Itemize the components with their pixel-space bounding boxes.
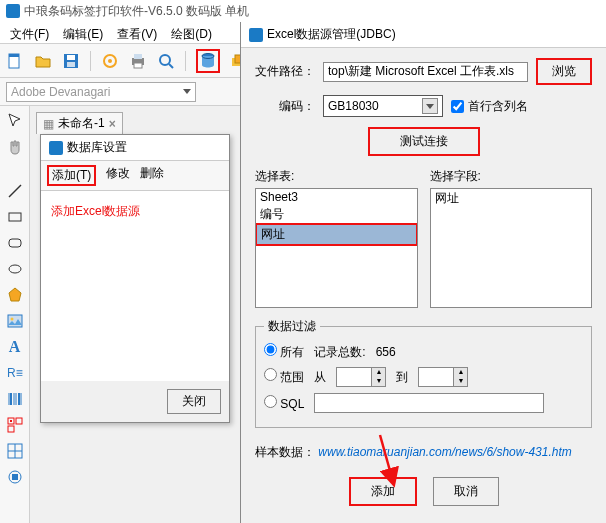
svg-rect-3 xyxy=(67,55,75,60)
from-label: 从 xyxy=(314,369,326,386)
svg-rect-18 xyxy=(9,239,21,247)
encoding-select[interactable]: GB18030 xyxy=(323,95,443,117)
svg-rect-17 xyxy=(9,213,21,221)
document-tab[interactable]: ▦ 未命名-1 × xyxy=(36,112,123,134)
radio-all[interactable]: 所有 xyxy=(264,343,304,361)
jdbc-body: 文件路径： top\新建 Microsoft Excel 工作表.xls 浏览 … xyxy=(241,48,606,506)
list-item[interactable]: Sheet3 xyxy=(256,189,417,205)
path-input[interactable]: top\新建 Microsoft Excel 工作表.xls xyxy=(323,62,528,82)
app-icon xyxy=(249,28,263,42)
firstrow-checkbox[interactable]: 首行含列名 xyxy=(451,98,528,115)
db-dialog-title: 数据库设置 xyxy=(67,139,127,156)
sample-row: 样本数据： www.tiaomaruanjian.com/news/6/show… xyxy=(255,444,592,461)
count-value: 656 xyxy=(376,345,396,359)
list-item-selected[interactable]: 网址 xyxy=(255,223,418,246)
preview-icon[interactable] xyxy=(157,52,175,70)
barcode-icon[interactable] xyxy=(6,390,24,408)
save-icon[interactable] xyxy=(62,52,80,70)
svg-rect-9 xyxy=(134,63,142,68)
menu-view[interactable]: 查看(V) xyxy=(111,24,163,41)
ellipse-icon[interactable] xyxy=(6,260,24,278)
qr-icon[interactable] xyxy=(6,416,24,434)
encoding-value: GB18030 xyxy=(328,99,379,113)
list-item[interactable]: 网址 xyxy=(431,189,592,208)
print-icon[interactable] xyxy=(129,52,147,70)
svg-point-19 xyxy=(9,265,21,273)
test-connection-button[interactable]: 测试连接 xyxy=(368,127,480,156)
svg-rect-4 xyxy=(67,62,75,67)
database-icon[interactable] xyxy=(199,52,217,70)
roundrect-icon[interactable] xyxy=(6,234,24,252)
svg-marker-20 xyxy=(9,288,21,301)
app-icon xyxy=(6,4,20,18)
list-item[interactable]: 编号 xyxy=(256,205,417,224)
radio-range[interactable]: 范围 xyxy=(264,368,304,386)
sample-label: 样本数据： xyxy=(255,445,315,459)
ok-button[interactable]: 添加 xyxy=(349,477,417,506)
browse-button[interactable]: 浏览 xyxy=(536,58,592,85)
font-name: Adobe Devanagari xyxy=(11,85,110,99)
text-icon[interactable]: A xyxy=(9,338,21,356)
doc-icon: ▦ xyxy=(43,117,54,131)
firstrow-label: 首行含列名 xyxy=(468,98,528,115)
sql-input[interactable] xyxy=(314,393,544,413)
database-button-highlight xyxy=(196,49,220,73)
select-table-label: 选择表: xyxy=(255,169,294,183)
close-icon[interactable]: × xyxy=(109,117,116,131)
to-spinner[interactable]: ▲▼ xyxy=(418,367,468,387)
svg-point-22 xyxy=(10,318,13,321)
hand-icon[interactable] xyxy=(6,138,24,156)
jdbc-dialog: Excel数据源管理(JDBC) 文件路径： top\新建 Microsoft … xyxy=(240,22,606,523)
new-icon[interactable] xyxy=(6,52,24,70)
app-icon xyxy=(49,141,63,155)
svg-line-11 xyxy=(169,64,173,68)
db-add-button[interactable]: 添加(T) xyxy=(47,165,96,186)
db-close-button[interactable]: 关闭 xyxy=(167,389,221,414)
open-icon[interactable] xyxy=(34,52,52,70)
firstrow-check-input[interactable] xyxy=(451,100,464,113)
shape-icon[interactable] xyxy=(6,468,24,486)
from-spinner[interactable]: ▲▼ xyxy=(336,367,386,387)
table-listbox[interactable]: Sheet3 编号 网址 xyxy=(255,188,418,308)
richtext-icon[interactable]: R≡ xyxy=(6,364,24,382)
menu-draw[interactable]: 绘图(D) xyxy=(165,24,218,41)
field-listbox[interactable]: 网址 xyxy=(430,188,593,308)
tool-sidebar: A R≡ xyxy=(0,106,30,523)
font-select[interactable]: Adobe Devanagari xyxy=(6,82,196,102)
select-field-label: 选择字段: xyxy=(430,169,481,183)
grid-icon[interactable] xyxy=(6,442,24,460)
chevron-down-icon xyxy=(422,98,438,114)
path-label: 文件路径： xyxy=(255,63,315,80)
db-dialog-titlebar: 数据库设置 xyxy=(41,135,229,161)
db-modify-button[interactable]: 修改 xyxy=(106,165,130,186)
sample-link[interactable]: www.tiaomaruanjian.com/news/6/show-431.h… xyxy=(318,445,571,459)
jdbc-title: Excel数据源管理(JDBC) xyxy=(267,26,396,43)
encoding-label: 编码： xyxy=(255,98,315,115)
svg-rect-32 xyxy=(8,426,14,432)
line-icon[interactable] xyxy=(6,182,24,200)
filter-legend: 数据过滤 xyxy=(264,318,320,335)
database-settings-dialog: 数据库设置 添加(T) 修改 删除 添加Excel数据源 关闭 xyxy=(40,134,230,423)
db-dialog-footer: 关闭 xyxy=(41,381,229,422)
to-label: 到 xyxy=(396,369,408,386)
doc-title: 未命名-1 xyxy=(58,115,105,132)
svg-point-10 xyxy=(160,55,170,65)
app-titlebar: 中琅条码标签打印软件-V6.5.0 数码版 单机 xyxy=(0,0,606,22)
gear-icon[interactable] xyxy=(101,52,119,70)
db-dialog-body: 添加Excel数据源 xyxy=(41,191,229,381)
svg-rect-38 xyxy=(12,474,18,480)
count-label: 记录总数: xyxy=(314,344,365,361)
menu-edit[interactable]: 编辑(E) xyxy=(57,24,109,41)
polygon-icon[interactable] xyxy=(6,286,24,304)
radio-sql[interactable]: SQL xyxy=(264,395,304,411)
pointer-icon[interactable] xyxy=(6,112,24,130)
menu-file[interactable]: 文件(F) xyxy=(4,24,55,41)
image-icon[interactable] xyxy=(6,312,24,330)
db-delete-button[interactable]: 删除 xyxy=(140,165,164,186)
chevron-down-icon xyxy=(183,89,191,94)
svg-rect-31 xyxy=(16,418,22,424)
rect-icon[interactable] xyxy=(6,208,24,226)
svg-rect-8 xyxy=(134,54,142,59)
cancel-button[interactable]: 取消 xyxy=(433,477,499,506)
svg-text:R≡: R≡ xyxy=(7,366,23,380)
